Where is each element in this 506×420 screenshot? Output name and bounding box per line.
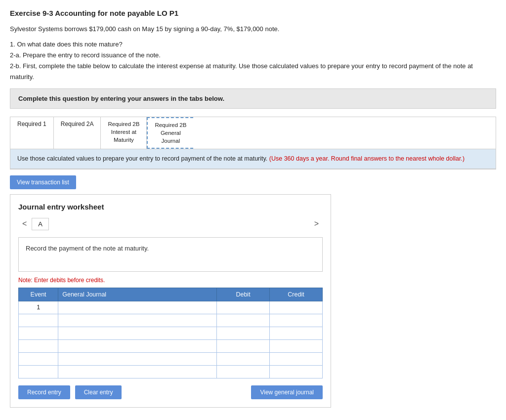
event-cell-2 — [19, 314, 58, 327]
nav-right-arrow[interactable]: > — [310, 218, 323, 229]
debit-input-1[interactable] — [220, 304, 266, 311]
journal-cell-6[interactable] — [58, 365, 217, 378]
credit-cell-2[interactable] — [270, 314, 323, 327]
worksheet-tab-a[interactable]: A — [32, 218, 49, 230]
journal-input-4[interactable] — [61, 342, 213, 349]
instruction-box: Use those calculated values to prepare y… — [10, 149, 496, 169]
table-row — [19, 314, 323, 327]
credit-cell-5[interactable] — [270, 352, 323, 365]
credit-input-6[interactable] — [273, 368, 319, 375]
journal-input-6[interactable] — [61, 368, 213, 375]
table-row — [19, 352, 323, 365]
instruction-line3: 2-b. First, complete the table below to … — [10, 61, 496, 83]
event-cell-5 — [19, 352, 58, 365]
complete-box: Complete this question by entering your … — [10, 88, 496, 109]
debit-input-4[interactable] — [220, 342, 266, 349]
worksheet-container: Journal entry worksheet < A > Record the… — [10, 194, 331, 408]
event-cell-6 — [19, 365, 58, 378]
debit-cell-5[interactable] — [217, 352, 270, 365]
journal-cell-1[interactable] — [58, 301, 217, 314]
table-row — [19, 365, 323, 378]
record-entry-button[interactable]: Record entry — [18, 385, 70, 399]
credit-cell-3[interactable] — [270, 327, 323, 339]
journal-input-5[interactable] — [61, 355, 213, 362]
worksheet-title: Journal entry worksheet — [18, 203, 323, 211]
complete-box-text: Complete this question by entering your … — [18, 95, 224, 102]
credit-input-1[interactable] — [273, 304, 319, 311]
description-text: Record the payment of the note at maturi… — [26, 245, 149, 252]
nav-row: < A > — [18, 218, 323, 230]
credit-input-4[interactable] — [273, 342, 319, 349]
journal-cell-3[interactable] — [58, 327, 217, 339]
journal-input-2[interactable] — [61, 317, 213, 324]
tab-required1[interactable]: Required 1 — [10, 117, 54, 149]
tab-required2b-journal[interactable]: Required 2BGeneralJournal — [147, 117, 193, 149]
nav-left-arrow[interactable]: < — [18, 218, 31, 229]
journal-cell-2[interactable] — [58, 314, 217, 327]
credit-cell-1[interactable] — [270, 301, 323, 314]
journal-table: Event General Journal Debit Credit 1 — [18, 288, 323, 378]
tab-required2b-interest[interactable]: Required 2BInterest atMaturity — [101, 117, 147, 149]
table-row — [19, 339, 323, 352]
event-cell-4 — [19, 339, 58, 352]
journal-input-1[interactable] — [61, 304, 213, 311]
tab-required2a[interactable]: Required 2A — [54, 117, 101, 149]
view-transaction-button[interactable]: View transaction list — [10, 175, 76, 189]
col-header-journal: General Journal — [58, 288, 217, 301]
description-box: Record the payment of the note at maturi… — [18, 237, 323, 272]
event-cell-1: 1 — [19, 301, 58, 314]
credit-input-5[interactable] — [273, 355, 319, 362]
journal-cell-5[interactable] — [58, 352, 217, 365]
tabs-row: Required 1 Required 2A Required 2BIntere… — [10, 117, 496, 149]
debit-input-3[interactable] — [220, 330, 266, 336]
table-row — [19, 327, 323, 339]
view-general-journal-button[interactable]: View general journal — [251, 385, 323, 399]
debit-cell-6[interactable] — [217, 365, 270, 378]
debit-cell-2[interactable] — [217, 314, 270, 327]
instruction-line2: 2-a. Prepare the entry to record issuanc… — [10, 50, 496, 61]
note-text: Note: Enter debits before credits. — [18, 277, 323, 284]
intro-text: Sylvestor Systems borrows $179,000 cash … — [10, 24, 496, 34]
table-row: 1 — [19, 301, 323, 314]
exercise-title: Exercise 9-3 Accounting for note payable… — [10, 9, 496, 17]
col-header-event: Event — [19, 288, 58, 301]
instruction-line1: 1. On what date does this note mature? — [10, 39, 496, 50]
journal-cell-4[interactable] — [58, 339, 217, 352]
instruction-box-text: Use those calculated values to prepare y… — [17, 155, 267, 162]
instructions: 1. On what date does this note mature? 2… — [10, 39, 496, 83]
journal-input-3[interactable] — [61, 330, 213, 336]
clear-entry-button[interactable]: Clear entry — [75, 385, 122, 399]
instruction-box-red: (Use 360 days a year. Round final answer… — [269, 155, 464, 162]
debit-cell-1[interactable] — [217, 301, 270, 314]
tabs-area: Required 1 Required 2A Required 2BIntere… — [10, 117, 496, 169]
credit-cell-4[interactable] — [270, 339, 323, 352]
debit-cell-4[interactable] — [217, 339, 270, 352]
debit-input-2[interactable] — [220, 317, 266, 324]
col-header-credit: Credit — [270, 288, 323, 301]
debit-input-5[interactable] — [220, 355, 266, 362]
debit-cell-3[interactable] — [217, 327, 270, 339]
credit-input-3[interactable] — [273, 330, 319, 336]
debit-input-6[interactable] — [220, 368, 266, 375]
credit-cell-6[interactable] — [270, 365, 323, 378]
event-cell-3 — [19, 327, 58, 339]
credit-input-2[interactable] — [273, 317, 319, 324]
buttons-row: Record entry Clear entry View general jo… — [18, 385, 323, 399]
col-header-debit: Debit — [217, 288, 270, 301]
